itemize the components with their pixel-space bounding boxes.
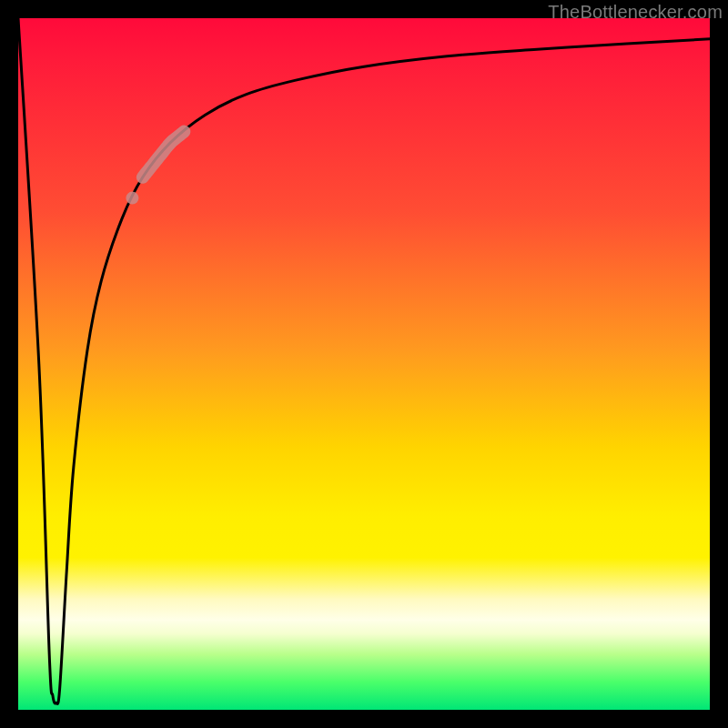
highlight-dot <box>126 192 138 205</box>
curve-layer <box>18 18 710 710</box>
bottleneck-curve <box>18 18 710 703</box>
highlight-segment <box>143 132 185 177</box>
chart-frame: TheBottlenecker.com <box>0 0 728 728</box>
